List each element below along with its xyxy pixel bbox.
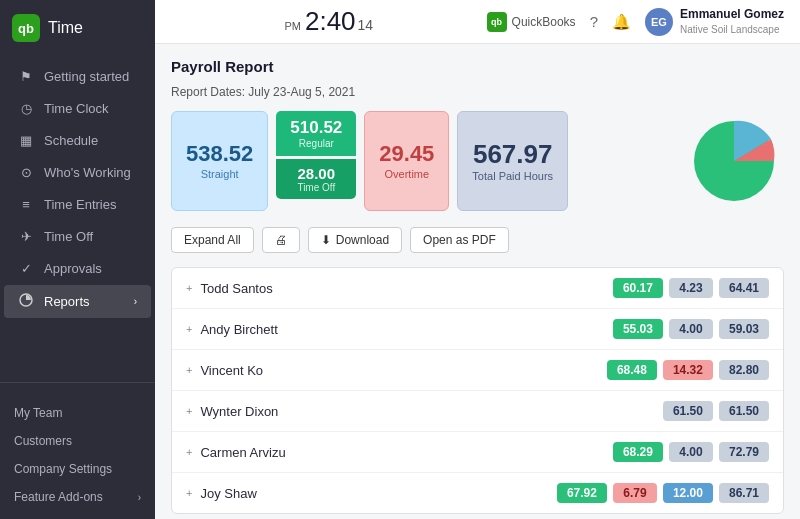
sidebar-item-time-entries[interactable]: ≡ Time Entries [4,189,151,220]
sidebar-app-title: Time [48,19,83,37]
badge-timeoff-carmen: 4.00 [669,442,713,462]
report-dates: Report Dates: July 23-Aug 5, 2021 [171,85,784,99]
time-ampm: PM [284,20,301,32]
report-table: + Todd Santos 60.17 4.23 64.41 + Andy Bi… [171,267,784,514]
print-button[interactable]: 🖨 [262,227,300,253]
badge-straight-andy: 55.03 [613,319,663,339]
sidebar-item-my-team[interactable]: My Team [0,399,155,427]
download-button[interactable]: ⬇ Download [308,227,402,253]
reports-icon [18,293,34,310]
expand-icon-wynter[interactable]: + [186,405,192,417]
flag-icon: ⚑ [18,69,34,84]
chevron-right-icon-2: › [138,492,141,503]
sidebar-nav: ⚑ Getting started ◷ Time Clock ▦ Schedul… [0,56,155,374]
sidebar-item-feature-add-ons[interactable]: Feature Add-ons › [0,483,155,511]
row-badges-carmen: 68.29 4.00 72.79 [613,442,769,462]
table-row: + Joy Shaw 67.92 6.79 12.00 86.71 [172,473,783,513]
regular-value: 510.52 [290,118,342,138]
airplane-icon: ✈ [18,229,34,244]
row-badges-vincent: 68.48 14.32 82.80 [607,360,769,380]
row-badges-joy: 67.92 6.79 12.00 86.71 [557,483,769,503]
sidebar-item-getting-started[interactable]: ⚑ Getting started [4,61,151,92]
calendar-icon: ▦ [18,133,34,148]
sidebar-label-time-off: Time Off [44,229,93,244]
badge-timeoff-vincent: 14.32 [663,360,713,380]
quickbooks-badge: qb QuickBooks [487,12,576,32]
stat-regular: 510.52 Regular [276,111,356,156]
expand-icon-joy[interactable]: + [186,487,192,499]
sidebar-item-time-clock[interactable]: ◷ Time Clock [4,93,151,124]
sidebar-item-whos-working[interactable]: ⊙ Who's Working [4,157,151,188]
table-row: + Todd Santos 60.17 4.23 64.41 [172,268,783,309]
expand-icon-andy[interactable]: + [186,323,192,335]
feature-add-ons-label: Feature Add-ons [14,490,103,504]
badge-overtime-joy: 6.79 [613,483,657,503]
download-icon: ⬇ [321,233,331,247]
expand-icon-carmen[interactable]: + [186,446,192,458]
total-label: Total Paid Hours [472,170,553,182]
overtime-label: Overtime [385,168,430,180]
sidebar-bottom: My Team Customers Company Settings Featu… [0,391,155,519]
user-info: Emmanuel Gomez Native Soil Landscape [680,7,784,36]
stats-row: 538.52 Straight 510.52 Regular 28.00 Tim… [171,111,784,211]
expand-all-button[interactable]: Expand All [171,227,254,253]
sidebar-label-getting-started: Getting started [44,69,129,84]
sidebar-item-schedule[interactable]: ▦ Schedule [4,125,151,156]
timeoff-label: Time Off [290,182,342,193]
badge-straight-carmen: 68.29 [613,442,663,462]
regular-label: Regular [290,138,342,149]
expand-icon-todd[interactable]: + [186,282,192,294]
badge-total-carmen: 72.79 [719,442,769,462]
quickbooks-label: QuickBooks [512,15,576,29]
overtime-value: 29.45 [379,143,434,165]
pie-chart [684,111,784,211]
row-name-carmen: Carmen Arvizu [200,445,613,460]
sidebar-header: qb Time [0,0,155,56]
badge-total-andy: 59.03 [719,319,769,339]
sidebar-label-reports: Reports [44,294,90,309]
time-seconds: 14 [358,17,374,33]
table-row: + Wynter Dixon 61.50 61.50 [172,391,783,432]
topbar: PM 2:40 14 qb QuickBooks ? 🔔 EG Emmanuel… [155,0,800,44]
help-icon[interactable]: ? [590,13,598,30]
straight-label: Straight [201,168,239,180]
stat-straight: 538.52 Straight [171,111,268,211]
pie-chart-container [684,111,784,211]
sidebar-item-company-settings[interactable]: Company Settings [0,455,155,483]
my-team-label: My Team [14,406,62,420]
sidebar-label-approvals: Approvals [44,261,102,276]
sidebar-label-schedule: Schedule [44,133,98,148]
expand-icon-vincent[interactable]: + [186,364,192,376]
notification-icon[interactable]: 🔔 [612,13,631,31]
badge-total-vincent: 82.80 [719,360,769,380]
stat-regular-timeoff-combined: 510.52 Regular 28.00 Time Off [276,111,356,211]
row-name-vincent: Vincent Ko [200,363,606,378]
row-badges-todd: 60.17 4.23 64.41 [613,278,769,298]
sidebar-item-reports[interactable]: Reports › [4,285,151,318]
avatar: EG [645,8,673,36]
customers-label: Customers [14,434,72,448]
open-pdf-button[interactable]: Open as PDF [410,227,509,253]
time-display: 2:40 [305,6,356,37]
sidebar-label-time-clock: Time Clock [44,101,109,116]
qb-logo-icon: qb [12,14,40,42]
list-icon: ≡ [18,197,34,212]
row-name-andy: Andy Birchett [200,322,613,337]
sidebar-item-time-off[interactable]: ✈ Time Off [4,221,151,252]
clock-icon: ◷ [18,101,34,116]
row-name-todd: Todd Santos [200,281,613,296]
sidebar-label-time-entries: Time Entries [44,197,116,212]
timeoff-value: 28.00 [290,165,342,182]
table-row: + Vincent Ko 68.48 14.32 82.80 [172,350,783,391]
toolbar: Expand All 🖨 ⬇ Download Open as PDF [171,227,784,253]
badge-timeoff-wynter: 61.50 [663,401,713,421]
row-name-wynter: Wynter Dixon [200,404,663,419]
row-badges-wynter: 61.50 61.50 [663,401,769,421]
total-value: 567.97 [473,141,553,167]
sidebar-item-customers[interactable]: Customers [0,427,155,455]
stat-overtime: 29.45 Overtime [364,111,449,211]
badge-straight-joy: 67.92 [557,483,607,503]
badge-total-todd: 64.41 [719,278,769,298]
badge-straight-vincent: 68.48 [607,360,657,380]
sidebar-item-approvals[interactable]: ✓ Approvals [4,253,151,284]
